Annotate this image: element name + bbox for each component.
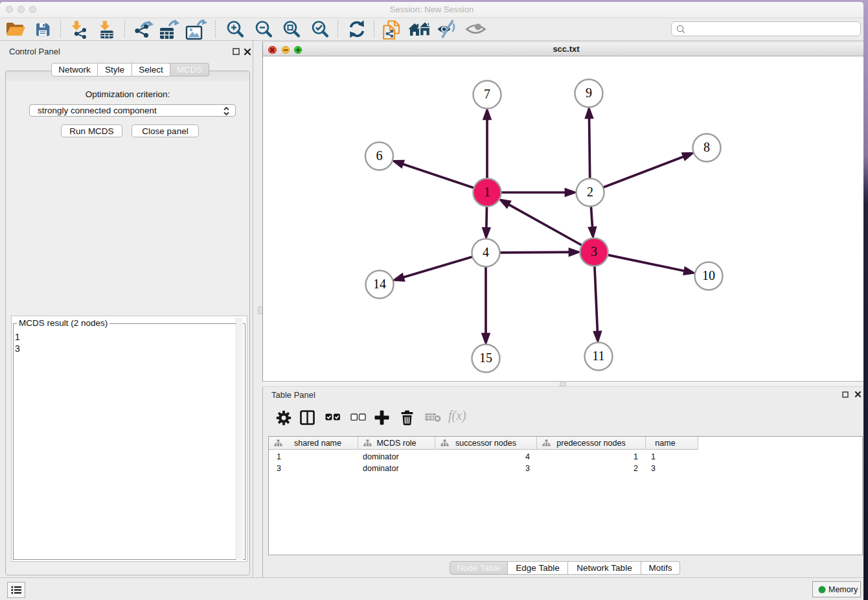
svg-text:2: 2 (587, 185, 593, 199)
svg-text:7: 7 (484, 87, 490, 101)
svg-text:6: 6 (376, 148, 383, 163)
svg-text:3: 3 (591, 244, 597, 259)
svg-text:14: 14 (373, 277, 386, 291)
svg-text:11: 11 (592, 349, 604, 363)
svg-text:15: 15 (479, 351, 492, 365)
svg-text:1: 1 (484, 185, 490, 199)
svg-text:4: 4 (483, 245, 489, 259)
svg-text:10: 10 (702, 268, 715, 283)
svg-text:8: 8 (703, 140, 710, 154)
svg-text:9: 9 (586, 86, 592, 100)
